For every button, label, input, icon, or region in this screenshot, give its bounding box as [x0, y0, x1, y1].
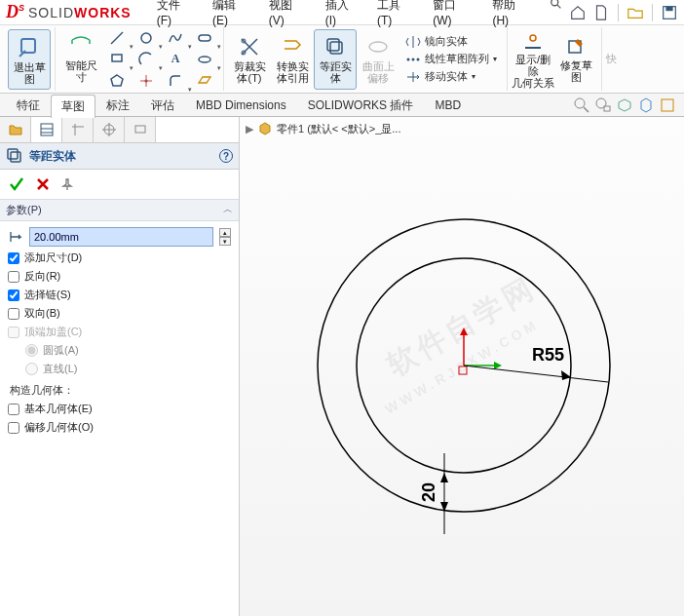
menu-items: 文件(F) 编辑(E) 视图(V) 插入(I) 工具(T) 窗口(W) 帮助(H…	[151, 0, 569, 30]
radius-dimension-text[interactable]: R55	[532, 345, 564, 365]
breadcrumb: ▶ 零件1 (默认< <默认>_显...	[240, 117, 684, 140]
quick-label: 快	[606, 52, 617, 66]
menu-search-icon[interactable]	[544, 0, 569, 30]
construct-geom-label: 构造几何体：	[10, 383, 231, 398]
rectangle-tool-icon[interactable]: ▾	[102, 49, 132, 70]
params-section: ▴▾ 添加尺寸(D) 反向(R) 选择链(S) 双向(B) 顶端加盖(C) 圆弧…	[0, 221, 239, 441]
tab-evaluate[interactable]: 评估	[140, 94, 185, 117]
spline-tool-icon[interactable]: ▾	[161, 27, 190, 49]
base-geom-checkbox[interactable]	[8, 404, 19, 415]
convert-entities-button[interactable]: 转换实 体引用	[271, 29, 314, 90]
zoom-fit-icon[interactable]	[573, 96, 590, 114]
point-tool-icon[interactable]	[132, 70, 161, 92]
text-tool-icon[interactable]: A	[161, 49, 190, 70]
params-section-header[interactable]: 参数(P)︿	[0, 199, 239, 221]
property-manager-tab-icon[interactable]	[31, 117, 62, 142]
circle-tool-icon[interactable]: ▾	[132, 27, 161, 49]
spin-up-icon[interactable]: ▴	[219, 228, 231, 237]
smart-dimension-button[interactable]: 智能尺 寸	[59, 29, 102, 90]
arc-radio	[25, 344, 38, 357]
crumb-arrow-icon[interactable]: ▶	[246, 123, 253, 135]
display-relations-button[interactable]: 显示/删除 几何关系	[512, 29, 554, 90]
ok-button[interactable]	[8, 175, 25, 193]
add-dimension-checkbox[interactable]	[8, 252, 19, 264]
bidirectional-checkbox[interactable]	[8, 308, 19, 320]
polygon-tool-icon[interactable]	[102, 70, 132, 92]
section-view-icon[interactable]	[659, 96, 676, 114]
separator	[618, 4, 619, 21]
config-tab-icon[interactable]	[62, 117, 94, 142]
quick-access-toolbar	[569, 4, 678, 21]
reverse-checkbox[interactable]	[8, 271, 19, 283]
tab-mbd-dimensions[interactable]: MBD Dimensions	[185, 95, 297, 115]
menu-window[interactable]: 窗口(W)	[427, 0, 480, 30]
display-style-icon[interactable]	[637, 96, 655, 114]
exit-sketch-button[interactable]: 退出草 图	[8, 29, 51, 90]
svg-marker-10	[111, 75, 123, 86]
select-chain-checkbox[interactable]	[8, 289, 19, 301]
arc-radio-label: 圆弧(A)	[43, 343, 79, 358]
pane-tabs	[0, 117, 239, 143]
dimxpert-tab-icon[interactable]	[94, 117, 125, 142]
display-tab-icon[interactable]	[125, 117, 156, 142]
menu-view[interactable]: 视图(V)	[263, 0, 314, 30]
fillet-tool-icon[interactable]: ▾	[161, 70, 190, 92]
spin-down-icon[interactable]: ▾	[219, 237, 231, 246]
menu-insert[interactable]: 插入(I)	[320, 0, 365, 30]
repair-sketch-button[interactable]: 修复草 图	[554, 29, 597, 90]
graphics-viewport[interactable]: ▶ 零件1 (默认< <默认>_显... 软件自学网 WWW.RJZXW.COM…	[240, 117, 684, 616]
svg-point-0	[551, 0, 558, 6]
tab-solidworks-plugin[interactable]: SOLIDWORKS 插件	[297, 94, 425, 117]
tab-feature[interactable]: 特征	[6, 94, 51, 117]
pushpin-icon[interactable]	[60, 177, 74, 191]
tab-sketch[interactable]: 草图	[51, 95, 95, 118]
feature-tree-tab-icon[interactable]	[0, 117, 31, 142]
menu-help[interactable]: 帮助(H)	[486, 0, 538, 30]
offset-dimension-text[interactable]: 20	[419, 482, 438, 502]
cap-ends-checkbox	[8, 327, 19, 338]
svg-rect-16	[327, 39, 339, 51]
cancel-button[interactable]	[35, 176, 51, 192]
select-chain-label: 选择链(S)	[24, 288, 71, 302]
slot-tool-icon[interactable]: ▾	[190, 27, 219, 49]
origin-marker-icon	[459, 366, 467, 374]
line-tool-icon[interactable]: ▾	[102, 27, 132, 49]
tab-mbd[interactable]: MBD	[424, 95, 472, 115]
svg-line-5	[111, 32, 123, 44]
tab-annotate[interactable]: 标注	[95, 94, 140, 117]
zoom-area-icon[interactable]	[594, 96, 612, 114]
svg-rect-37	[8, 149, 18, 159]
collapse-caret-icon: ︿	[223, 203, 233, 217]
menu-tools[interactable]: 工具(T)	[371, 0, 421, 30]
offset-entities-button[interactable]: 等距实 体	[314, 29, 357, 90]
menu-file[interactable]: 文件(F)	[151, 0, 201, 30]
crumb-part-name[interactable]: 零件1 (默认< <默认>_显...	[277, 122, 400, 136]
trim-entities-button[interactable]: 剪裁实 体(T)	[228, 29, 271, 90]
offset-geom-label: 偏移几何体(O)	[24, 420, 94, 435]
bidirectional-label: 双向(B)	[24, 306, 60, 321]
help-icon[interactable]: ?	[219, 149, 233, 163]
menu-edit[interactable]: 编辑(E)	[207, 0, 257, 30]
view-orientation-icon[interactable]	[616, 96, 633, 114]
svg-point-20	[412, 58, 415, 60]
line-radio	[25, 363, 38, 375]
svg-rect-7	[199, 35, 210, 41]
home-icon[interactable]	[569, 4, 587, 21]
plane-tool-icon[interactable]	[190, 70, 219, 92]
offset-distance-input[interactable]	[29, 227, 213, 247]
offset-entities-icon	[6, 147, 23, 165]
linear-pattern-button[interactable]: 线性草图阵列▾	[405, 52, 497, 66]
property-manager-pane: 等距实体 ? 参数(P)︿ ▴▾ 添加尺寸(D) 反向(R) 选择链(S) 双向…	[0, 117, 240, 616]
new-doc-icon[interactable]	[592, 4, 610, 21]
pattern-move-group: 镜向实体 线性草图阵列▾ 移动实体▾	[399, 34, 503, 84]
mirror-button[interactable]: 镜向实体	[405, 34, 497, 49]
offset-geom-checkbox[interactable]	[8, 422, 19, 434]
open-icon[interactable]	[627, 4, 644, 21]
save-icon[interactable]	[661, 4, 678, 21]
ellipse-tool-icon[interactable]: ▾	[190, 49, 219, 70]
app-logo: DS SOLIDWORKS	[6, 2, 132, 22]
distance-spinner[interactable]: ▴▾	[219, 228, 231, 246]
svg-point-23	[530, 35, 536, 41]
move-entities-button[interactable]: 移动实体▾	[405, 69, 497, 84]
arc-tool-icon[interactable]: ▾	[132, 49, 161, 70]
